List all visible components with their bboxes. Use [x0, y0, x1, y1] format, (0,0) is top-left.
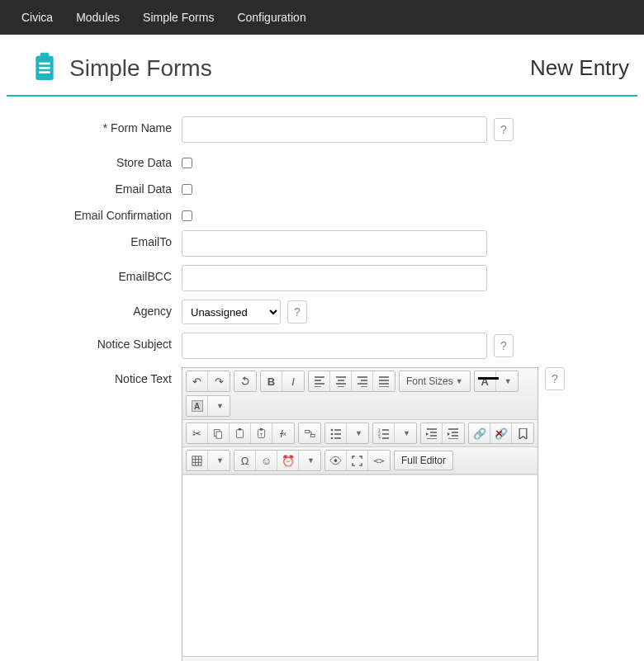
- rte-status-bar: p Words: 0: [182, 656, 537, 661]
- bullet-list-menu[interactable]: ▼: [347, 423, 368, 443]
- svg-rect-7: [236, 429, 243, 437]
- help-button-notice-subject[interactable]: ?: [494, 334, 514, 357]
- checkbox-email-confirmation[interactable]: [182, 210, 192, 221]
- page-subtitle: New Entry: [530, 55, 629, 81]
- clipboard-icon: [31, 51, 58, 85]
- help-button-agency[interactable]: ?: [287, 300, 307, 323]
- svg-point-14: [330, 429, 333, 432]
- datetime-menu[interactable]: ▼: [299, 451, 320, 470]
- nav-item-configuration[interactable]: Configuration: [225, 0, 317, 35]
- find-replace-button[interactable]: [299, 423, 320, 443]
- label-notice-subject: Notice Subject: [33, 333, 182, 351]
- number-list-button[interactable]: 123: [373, 423, 395, 443]
- table-menu[interactable]: ▼: [208, 451, 230, 470]
- table-button[interactable]: [187, 451, 208, 470]
- copy-button[interactable]: [208, 423, 230, 443]
- checkbox-email-data[interactable]: [182, 184, 192, 195]
- svg-rect-3: [39, 67, 50, 69]
- label-notice-text: Notice Text: [33, 367, 182, 385]
- svg-text:3: 3: [378, 436, 381, 439]
- svg-rect-2: [39, 63, 50, 65]
- label-email-bcc: EmailBCC: [33, 265, 182, 283]
- source-code-button[interactable]: <>: [368, 451, 390, 470]
- full-editor-button[interactable]: Full Editor: [394, 451, 453, 470]
- input-notice-subject[interactable]: [182, 333, 487, 359]
- label-form-name: * Form Name: [33, 116, 182, 135]
- input-email-bcc[interactable]: [182, 265, 487, 291]
- label-store-data: Store Data: [33, 151, 182, 169]
- svg-rect-4: [39, 71, 50, 73]
- svg-rect-20: [192, 456, 201, 465]
- italic-button[interactable]: I: [282, 371, 304, 391]
- align-right-button[interactable]: [352, 371, 373, 391]
- label-agency: Agency: [33, 300, 182, 318]
- paste-button[interactable]: [230, 423, 251, 443]
- label-email-data: Email Data: [33, 177, 182, 196]
- paste-text-button[interactable]: T: [251, 423, 272, 443]
- align-justify-button[interactable]: [373, 371, 395, 391]
- svg-rect-10: [260, 428, 263, 430]
- svg-rect-1: [40, 53, 50, 59]
- svg-point-21: [334, 459, 338, 462]
- rich-text-editor: ↶ ↷ B I: [182, 367, 538, 661]
- highlight-button[interactable]: A: [187, 396, 208, 416]
- outdent-button[interactable]: [421, 423, 443, 443]
- fullscreen-button[interactable]: [347, 451, 368, 470]
- bullet-list-button[interactable]: [325, 423, 347, 443]
- svg-text:T: T: [260, 432, 263, 437]
- svg-rect-12: [305, 430, 309, 432]
- label-email-confirmation: Email Confirmation: [33, 204, 182, 222]
- form-area: * Form Name ? Store Data Email Data Emai…: [0, 97, 644, 661]
- datetime-button[interactable]: ⏰: [277, 451, 299, 470]
- special-char-button[interactable]: Ω: [234, 451, 256, 470]
- cut-button[interactable]: ✂: [187, 423, 208, 443]
- label-email-to: EmailTo: [33, 230, 182, 248]
- restore-button[interactable]: [234, 371, 256, 391]
- rte-content-area[interactable]: [182, 475, 537, 656]
- redo-button[interactable]: ↷: [208, 371, 230, 391]
- align-left-button[interactable]: [309, 371, 330, 391]
- clear-format-button[interactable]: Ix: [272, 423, 294, 443]
- svg-rect-6: [216, 432, 222, 438]
- rte-toolbar-row-2: ✂ T Ix ▼ 123 ▼: [182, 420, 537, 447]
- svg-rect-8: [239, 428, 241, 430]
- highlight-menu[interactable]: ▼: [208, 396, 230, 416]
- page-header: Simple Forms New Entry: [7, 35, 637, 97]
- indent-button[interactable]: [443, 423, 464, 443]
- bold-button[interactable]: B: [261, 371, 282, 391]
- unlink-button[interactable]: 🔗✕: [490, 423, 512, 443]
- rte-toolbar-row-1: ↶ ↷ B I: [182, 368, 537, 420]
- input-email-to[interactable]: [182, 230, 487, 257]
- rte-toolbar-row-3: ▼ Ω ☺ ⏰ ▼ <> Full Editor: [182, 447, 537, 475]
- emoji-button[interactable]: ☺: [256, 451, 277, 470]
- input-form-name[interactable]: [182, 116, 487, 143]
- top-nav: Civica Modules Simple Forms Configuratio…: [0, 0, 644, 35]
- preview-button[interactable]: [325, 451, 347, 470]
- number-list-menu[interactable]: ▼: [395, 423, 416, 443]
- link-button[interactable]: 🔗: [469, 423, 490, 443]
- font-color-button[interactable]: A: [475, 371, 496, 391]
- bookmark-button[interactable]: [512, 423, 533, 443]
- svg-point-15: [330, 433, 333, 436]
- page-title: Simple Forms: [69, 55, 212, 82]
- font-sizes-dropdown[interactable]: Font Sizes▼: [400, 371, 470, 391]
- align-center-button[interactable]: [330, 371, 352, 391]
- help-button-form-name[interactable]: ?: [494, 118, 514, 141]
- undo-button[interactable]: ↶: [187, 371, 208, 391]
- font-color-menu[interactable]: ▼: [496, 371, 518, 391]
- nav-item-simple-forms[interactable]: Simple Forms: [131, 0, 225, 35]
- select-agency[interactable]: Unassigned: [182, 300, 281, 324]
- checkbox-store-data[interactable]: [182, 158, 192, 168]
- nav-item-civica[interactable]: Civica: [10, 0, 64, 35]
- nav-item-modules[interactable]: Modules: [64, 0, 131, 35]
- help-button-notice-text[interactable]: ?: [545, 367, 565, 390]
- svg-point-16: [330, 437, 333, 439]
